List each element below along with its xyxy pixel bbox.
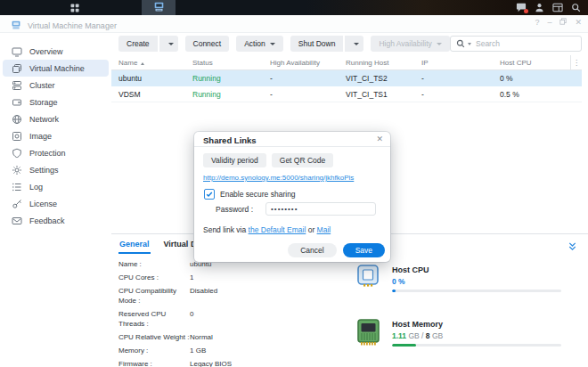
collapse-panel-icon[interactable]: [568, 239, 577, 255]
mail-link[interactable]: Mail: [317, 225, 331, 234]
sidebar-item-label: Cluster: [29, 81, 55, 90]
host-memory-title: Host Memory: [392, 320, 561, 329]
search-box: [450, 36, 582, 52]
cancel-button[interactable]: Cancel: [288, 243, 336, 257]
help-icon[interactable]: ?: [535, 18, 539, 27]
column-settings-icon[interactable]: ⋮: [570, 55, 582, 69]
detail-row: Memory :1 GB: [118, 346, 352, 355]
action-button[interactable]: Action: [236, 36, 283, 52]
host-cpu-bar: [392, 290, 561, 292]
sidebar-item-protection[interactable]: Protection: [3, 144, 109, 161]
column-header-ip[interactable]: IP: [414, 59, 493, 67]
active-app-tab[interactable]: [142, 0, 176, 15]
window-title: Virtual Machine Manager: [28, 21, 117, 30]
cell-high-availability: -: [263, 74, 339, 83]
dialog-header: Shared Links ✕: [194, 132, 390, 147]
detail-label: CPU Cores :: [118, 273, 190, 282]
create-button[interactable]: Create: [118, 36, 158, 52]
shutdown-button[interactable]: Shut Down: [290, 36, 344, 52]
notifications-icon[interactable]: [516, 3, 527, 12]
cell-name: ubuntu: [111, 74, 185, 83]
chevron-down-icon: [168, 43, 174, 45]
sidebar-item-feedback[interactable]: Feedback: [3, 212, 109, 229]
column-header-status[interactable]: Status: [185, 59, 263, 67]
search-input[interactable]: [474, 38, 576, 49]
send-prefix: Send link via: [203, 225, 249, 234]
checkbox-checked-icon: [204, 189, 215, 200]
chevron-down-icon: [437, 43, 442, 45]
cpu-icon: [356, 264, 380, 292]
vm-table: Name Status High Availability Running Ho…: [111, 55, 582, 102]
sidebar-item-image[interactable]: Image: [3, 127, 109, 144]
sharing-link[interactable]: http://demo.synology.me:5000/sharing/jkh…: [203, 174, 354, 182]
sidebar-item-license[interactable]: License: [3, 195, 109, 212]
table-row-vdsm[interactable]: VDSM Running - VIT_CI_TS1 - 0.5 %: [111, 86, 582, 102]
create-dropdown-button[interactable]: [159, 36, 178, 52]
minimize-icon[interactable]: –: [547, 18, 551, 27]
cell-running-host: VIT_CI_TS2: [339, 74, 414, 83]
cell-status: Running: [185, 90, 263, 99]
detail-value: 1: [190, 273, 352, 282]
sidebar-item-overview[interactable]: Overview: [3, 43, 109, 60]
main-menu-icon[interactable]: [69, 3, 80, 13]
column-header-running-host[interactable]: Running Host: [339, 59, 414, 67]
connect-button[interactable]: Connect: [185, 36, 230, 52]
password-field[interactable]: [265, 202, 376, 216]
send-middle: or: [306, 225, 316, 234]
memory-icon: [356, 318, 380, 349]
sidebar-item-label: Network: [29, 115, 59, 124]
host-cpu-value: 0 %: [392, 277, 405, 286]
desktop-topbar: [0, 0, 588, 15]
cell-ip: -: [414, 74, 493, 83]
maximize-icon[interactable]: [559, 18, 567, 27]
detail-label: CPU Relative Weight :: [118, 332, 190, 342]
column-header-name[interactable]: Name: [111, 59, 185, 67]
get-qr-code-button[interactable]: Get QR Code: [272, 153, 334, 167]
search-filter-caret-icon[interactable]: [468, 43, 471, 45]
sidebar-item-cluster[interactable]: Cluster: [3, 77, 109, 94]
detail-label: Name :: [118, 259, 190, 269]
sidebar-item-label: Image: [29, 132, 52, 141]
window-titlebar: Virtual Machine Manager ? – ✕: [0, 15, 588, 33]
shared-links-dialog: Shared Links ✕ Validity period Get QR Co…: [194, 132, 390, 262]
default-email-link[interactable]: the Default Email: [249, 225, 306, 234]
detail-value: Normal: [190, 332, 352, 342]
memory-used: 1.11: [392, 331, 406, 340]
memory-used-unit: GB: [406, 331, 420, 340]
sidebar-item-label: Storage: [29, 98, 58, 107]
table-row-ubuntu[interactable]: ubuntu Running - VIT_CI_TS2 - 0 %: [111, 70, 582, 86]
sidebar-item-label: Feedback: [29, 216, 65, 225]
close-icon[interactable]: ✕: [575, 18, 582, 27]
high-availability-button[interactable]: High Availability: [371, 36, 449, 52]
desktop-search-icon[interactable]: [571, 3, 581, 12]
widgets-icon[interactable]: [552, 3, 563, 12]
column-header-high-availability[interactable]: High Availability: [263, 59, 339, 67]
sidebar-item-settings[interactable]: Settings: [3, 161, 109, 178]
sidebar-item-log[interactable]: Log: [3, 178, 109, 195]
table-header: Name Status High Availability Running Ho…: [111, 55, 582, 70]
sidebar-item-virtual-machine[interactable]: Virtual Machine: [3, 60, 109, 77]
shutdown-dropdown-button[interactable]: [344, 36, 363, 52]
host-memory-bar: [392, 344, 561, 347]
host-cpu-monitor: Host CPU 0 %: [356, 264, 561, 292]
cell-running-host: VIT_CI_TS1: [339, 90, 414, 99]
sidebar-item-label: Log: [29, 183, 43, 192]
save-button[interactable]: Save: [343, 243, 385, 257]
memory-total-unit: GB: [430, 331, 444, 340]
sort-ascending-icon: [141, 62, 144, 65]
host-cpu-title: Host CPU: [392, 265, 561, 274]
tab-general[interactable]: General: [118, 234, 151, 254]
detail-row: Firmware :Legacy BIOS: [118, 359, 352, 367]
enable-secure-sharing-checkbox[interactable]: Enable secure sharing: [204, 189, 296, 200]
column-header-host-cpu[interactable]: Host CPU: [493, 59, 582, 67]
dialog-close-icon[interactable]: ✕: [376, 135, 383, 143]
sidebar-item-network[interactable]: Network: [3, 110, 109, 127]
sidebar-item-storage[interactable]: Storage: [3, 94, 109, 110]
validity-period-button[interactable]: Validity period: [203, 153, 266, 167]
chevron-down-icon: [270, 43, 275, 45]
detail-label: Reserved CPU Threads :: [118, 309, 190, 329]
user-options-icon[interactable]: [535, 3, 544, 12]
cell-high-availability: -: [263, 90, 339, 99]
detail-row: CPU Compatibility Mode :Disabled: [118, 286, 352, 306]
cell-host-cpu: 0.5 %: [493, 90, 582, 99]
